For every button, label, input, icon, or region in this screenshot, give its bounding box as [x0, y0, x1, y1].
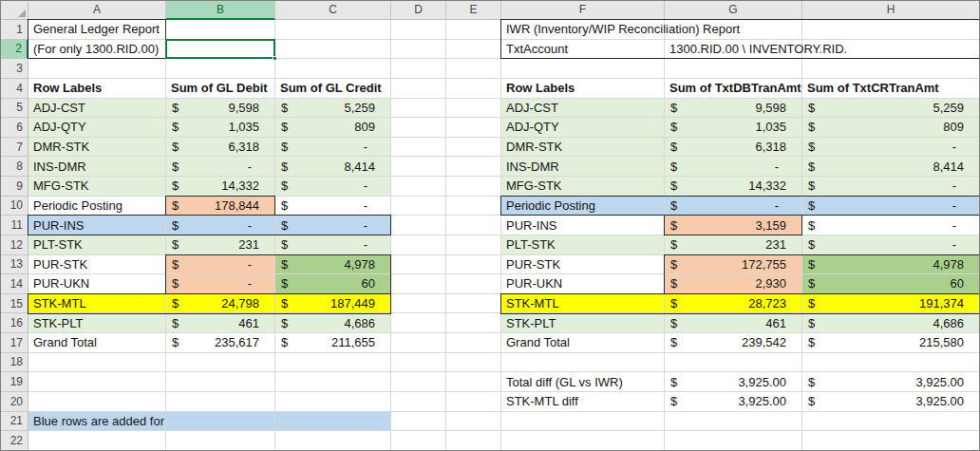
cell-a18[interactable]	[28, 353, 166, 373]
cell-c14[interactable]: $60	[275, 274, 391, 294]
cell-d6[interactable]	[391, 118, 446, 138]
cell-a19[interactable]	[28, 372, 166, 392]
cell-a9[interactable]: MFG-STK	[28, 177, 166, 197]
cell-e6[interactable]	[446, 118, 501, 138]
cell-b9[interactable]: $14,332	[166, 177, 275, 197]
cell-h11[interactable]: $-	[802, 216, 980, 235]
row-header-6[interactable]: 6	[0, 118, 28, 138]
row-header-8[interactable]: 8	[0, 157, 28, 177]
cell-a7[interactable]: DMR-STK	[28, 138, 166, 158]
row-header-18[interactable]: 18	[0, 353, 28, 373]
cell-e4[interactable]	[446, 79, 501, 99]
cell-d15[interactable]	[391, 294, 446, 314]
cell-e13[interactable]	[446, 255, 501, 275]
cell-g7[interactable]: $6,318	[665, 138, 802, 158]
cell-g16[interactable]: $461	[665, 313, 802, 333]
cell-c17[interactable]: $211,655	[275, 333, 391, 353]
cell-b3[interactable]	[166, 59, 275, 79]
cell-g10[interactable]: $-	[665, 197, 802, 216]
cell-b1[interactable]	[166, 20, 275, 40]
select-all-corner[interactable]	[0, 0, 28, 20]
row-header-19[interactable]: 19	[0, 372, 28, 392]
row-header-3[interactable]: 3	[0, 59, 28, 79]
row-header-21[interactable]: 21	[0, 412, 28, 432]
row-header-11[interactable]: 11	[0, 216, 28, 235]
cell-f16[interactable]: STK-PLT	[501, 313, 665, 333]
cell-a8[interactable]: INS-DMR	[28, 157, 166, 177]
cell-a12[interactable]: PLT-STK	[28, 235, 166, 255]
cell-f7[interactable]: DMR-STK	[501, 138, 665, 158]
cell-d1[interactable]	[391, 20, 446, 40]
cell-h6[interactable]: $809	[802, 118, 980, 138]
cell-h9[interactable]: $-	[802, 177, 980, 197]
cell-g14[interactable]: $2,930	[665, 274, 802, 294]
row-header-16[interactable]: 16	[0, 313, 28, 333]
cell-c13[interactable]: $4,978	[275, 255, 391, 275]
cell-h5[interactable]: $5,259	[802, 99, 980, 119]
cell-g4[interactable]: Sum of TxtDBTranAmt	[665, 79, 802, 99]
cell-f17[interactable]: Grand Total	[501, 333, 665, 353]
cell-g20[interactable]: $3,925.00	[665, 392, 802, 412]
cell-f5[interactable]: ADJ-CST	[501, 99, 665, 119]
cell-c7[interactable]: $-	[275, 138, 391, 158]
cell-g5[interactable]: $9,598	[665, 99, 802, 119]
cell-h8[interactable]: $8,414	[802, 157, 980, 177]
cell-h18[interactable]	[802, 353, 980, 373]
cell-f22[interactable]	[501, 431, 665, 451]
cell-d4[interactable]	[391, 79, 446, 99]
cell-c11[interactable]: $-	[275, 216, 391, 235]
cell-e20[interactable]	[446, 392, 501, 412]
column-header-e[interactable]: E	[446, 0, 501, 20]
row-header-5[interactable]: 5	[0, 99, 28, 119]
cell-h20[interactable]: $3,925.00	[802, 392, 980, 412]
cell-e11[interactable]	[446, 216, 501, 235]
column-header-d[interactable]: D	[391, 0, 446, 20]
cell-b6[interactable]: $1,035	[166, 118, 275, 138]
cell-g17[interactable]: $239,542	[665, 333, 802, 353]
cell-h22[interactable]	[802, 431, 980, 451]
cell-e15[interactable]	[446, 294, 501, 314]
row-header-20[interactable]: 20	[0, 392, 28, 412]
cell-a13[interactable]: PUR-STK	[28, 255, 166, 275]
cell-g2[interactable]: 1300.RID.00 \ INVENTORY.RID.	[665, 40, 802, 60]
cell-d12[interactable]	[391, 235, 446, 255]
cell-h3[interactable]	[802, 59, 980, 79]
cell-c8[interactable]: $8,414	[275, 157, 391, 177]
cell-f10[interactable]: Periodic Posting	[501, 197, 665, 216]
cell-a4[interactable]: Row Labels	[28, 79, 166, 99]
cell-h13[interactable]: $4,978	[802, 255, 980, 275]
cell-f12[interactable]: PLT-STK	[501, 235, 665, 255]
cell-a15[interactable]: STK-MTL	[28, 294, 166, 314]
cell-g12[interactable]: $231	[665, 235, 802, 255]
cell-f8[interactable]: INS-DMR	[501, 157, 665, 177]
cell-b15[interactable]: $24,798	[166, 294, 275, 314]
cell-e17[interactable]	[446, 333, 501, 353]
cell-e1[interactable]	[446, 20, 501, 40]
cell-e7[interactable]	[446, 138, 501, 158]
cell-a2[interactable]: (For only 1300.RID.00)	[28, 40, 166, 60]
cell-g11[interactable]: $3,159	[665, 216, 802, 235]
cell-b17[interactable]: $235,617	[166, 333, 275, 353]
cell-c15[interactable]: $187,449	[275, 294, 391, 314]
cell-g22[interactable]	[665, 431, 802, 451]
cell-a21[interactable]: Blue rows are added for clarity and sync…	[28, 412, 166, 432]
row-header-10[interactable]: 10	[0, 197, 28, 216]
column-header-a[interactable]: A	[28, 0, 166, 20]
cell-f4[interactable]: Row Labels	[501, 79, 665, 99]
cell-f3[interactable]	[501, 59, 665, 79]
cell-a17[interactable]: Grand Total	[28, 333, 166, 353]
cell-e9[interactable]	[446, 177, 501, 197]
cell-h4[interactable]: Sum of TxtCRTranAmt	[802, 79, 980, 99]
cell-e16[interactable]	[446, 313, 501, 333]
cell-b2[interactable]	[166, 40, 275, 60]
cell-b4[interactable]: Sum of GL Debit	[166, 79, 275, 99]
cell-d19[interactable]	[391, 372, 446, 392]
cell-f6[interactable]: ADJ-QTY	[501, 118, 665, 138]
cell-f9[interactable]: MFG-STK	[501, 177, 665, 197]
cell-d11[interactable]	[391, 216, 446, 235]
cell-h1[interactable]	[802, 20, 980, 40]
row-header-4[interactable]: 4	[0, 79, 28, 99]
cell-d8[interactable]	[391, 157, 446, 177]
cell-f14[interactable]: PUR-UKN	[501, 274, 665, 294]
cell-f11[interactable]: PUR-INS	[501, 216, 665, 235]
